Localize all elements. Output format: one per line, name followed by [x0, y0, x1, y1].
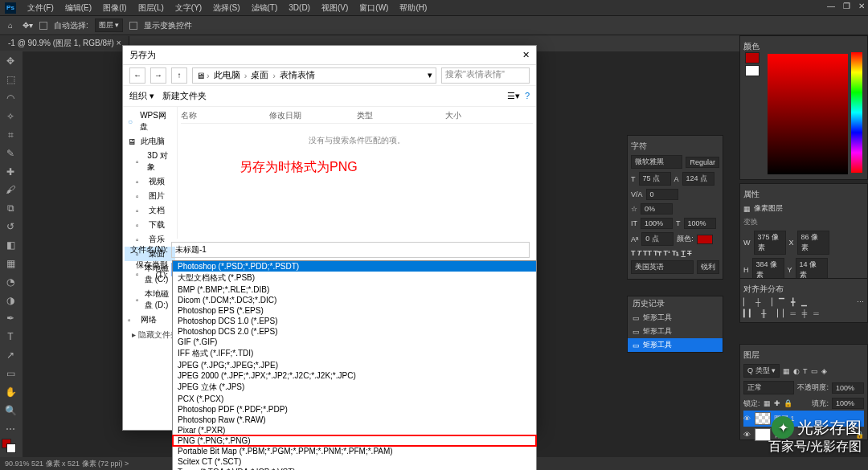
- dropdown-option[interactable]: Photoshop PDF (*.PDF;*.PDP): [173, 404, 536, 415]
- brush-tool-icon[interactable]: 🖌: [2, 182, 19, 198]
- fg-color-swatch[interactable]: [745, 52, 760, 63]
- tree-node[interactable]: ▫下载: [125, 218, 175, 232]
- tree-node[interactable]: 🖥此电脑: [125, 134, 175, 149]
- history-brush-icon[interactable]: ↺: [2, 219, 19, 235]
- x-input[interactable]: 86 像素: [797, 231, 829, 255]
- dist-bottom-icon[interactable]: ═: [813, 309, 818, 317]
- leading-input[interactable]: 124 点: [682, 172, 714, 186]
- menu-image[interactable]: 图像(I): [103, 2, 126, 14]
- dropdown-option[interactable]: 大型文档格式 (*.PSB): [173, 272, 536, 284]
- align-top-icon[interactable]: ▔: [779, 298, 784, 306]
- menu-3d[interactable]: 3D(D): [289, 3, 310, 12]
- underline-toggle[interactable]: T: [682, 249, 686, 257]
- col-date[interactable]: 修改日期: [269, 110, 358, 121]
- filename-input[interactable]: 未标题-1: [171, 242, 530, 258]
- bg-color-swatch[interactable]: [745, 65, 760, 76]
- view-mode-icon[interactable]: ☰▾: [507, 91, 520, 101]
- opacity-input[interactable]: 100%: [832, 382, 864, 394]
- dropdown-option[interactable]: BMP (*.BMP;*.RLE;*.DIB): [173, 284, 536, 295]
- gradient-tool-icon[interactable]: ▦: [2, 255, 19, 272]
- dropdown-option[interactable]: PCX (*.PCX): [173, 394, 536, 404]
- align-right-icon[interactable]: ▕: [767, 298, 772, 306]
- document-tab[interactable]: -1 @ 90.9% (图层 1, RGB/8#) ×: [0, 36, 129, 51]
- nav-back-icon[interactable]: ←: [129, 67, 145, 84]
- menu-filter[interactable]: 滤镜(T): [252, 2, 278, 14]
- font-size-input[interactable]: 75 点: [639, 172, 671, 186]
- aa-select[interactable]: 锐利: [697, 260, 719, 274]
- menu-layer[interactable]: 图层(L): [138, 2, 164, 14]
- baseline-input[interactable]: 0 点: [641, 232, 674, 246]
- dist-center-h-icon[interactable]: ╫: [761, 309, 766, 317]
- dropdown-option[interactable]: Dicom (*.DCM;*.DC3;*.DIC): [173, 295, 536, 305]
- dist-left-icon[interactable]: ▎▎: [743, 309, 755, 317]
- dialog-close-icon[interactable]: ✕: [522, 50, 530, 60]
- lock-position-icon[interactable]: ✚: [774, 399, 780, 407]
- restore-icon[interactable]: ❐: [843, 2, 850, 10]
- dropdown-option[interactable]: Photoshop EPS (*.EPS): [173, 305, 536, 316]
- lang-select[interactable]: 美国英语: [631, 260, 694, 274]
- more-tools-icon[interactable]: ⋯: [2, 420, 19, 437]
- search-input[interactable]: 搜索"表情表情": [441, 67, 530, 84]
- menu-view[interactable]: 视图(V): [321, 2, 348, 14]
- tree-node[interactable]: ▫视频: [125, 174, 175, 189]
- lock-all-icon[interactable]: 🔒: [784, 399, 792, 407]
- caps-toggle[interactable]: TT: [643, 249, 652, 257]
- lasso-tool-icon[interactable]: ◠: [2, 90, 19, 107]
- blur-tool-icon[interactable]: ◔: [2, 273, 19, 290]
- menu-select[interactable]: 选择(S): [213, 2, 240, 14]
- dodge-tool-icon[interactable]: ◑: [2, 292, 19, 309]
- font-weight-select[interactable]: Regular: [686, 157, 719, 168]
- super-toggle[interactable]: T¹: [664, 249, 671, 257]
- tree-node[interactable]: ▫文档: [125, 203, 175, 218]
- more-align-icon[interactable]: ⋯: [857, 298, 864, 306]
- text-color-swatch[interactable]: [697, 235, 713, 244]
- wand-tool-icon[interactable]: ✧: [2, 108, 19, 125]
- dropdown-option[interactable]: JPEG 2000 (*.JPF;*.JPX;*.JP2;*.J2C;*.J2K…: [173, 370, 536, 381]
- stamp-tool-icon[interactable]: ⧉: [2, 200, 19, 217]
- tree-node[interactable]: ▫3D 对象: [125, 149, 175, 174]
- visibility-toggle-icon[interactable]: 👁: [743, 415, 751, 423]
- heal-tool-icon[interactable]: ✚: [2, 163, 19, 180]
- show-transform-checkbox[interactable]: [129, 22, 137, 30]
- hscale-input[interactable]: 100%: [684, 218, 716, 229]
- shape-tool-icon[interactable]: ▭: [2, 366, 19, 382]
- align-center-h-icon[interactable]: ┼: [755, 298, 760, 306]
- filter-adj-icon[interactable]: ◐: [793, 367, 800, 375]
- dropdown-option[interactable]: JPEG (*.JPG;*.JPEG;*.JPE): [173, 360, 536, 370]
- nav-fwd-icon[interactable]: →: [150, 67, 166, 84]
- align-bottom-icon[interactable]: ▁: [801, 298, 807, 306]
- dropdown-option[interactable]: Scitex CT (*.SCT): [173, 456, 536, 467]
- dropdown-option[interactable]: Portable Bit Map (*.PBM;*.PGM;*.PPM;*.PN…: [173, 446, 536, 456]
- blend-mode-select[interactable]: 正常: [743, 381, 794, 394]
- col-size[interactable]: 大小: [445, 110, 534, 121]
- hand-tool-icon[interactable]: ✋: [2, 383, 19, 400]
- sub-toggle[interactable]: T₁: [672, 249, 680, 257]
- bold-toggle[interactable]: T: [631, 249, 636, 257]
- help-icon[interactable]: ?: [525, 91, 530, 101]
- tree-node[interactable]: ▫网络: [125, 313, 175, 327]
- dist-right-icon[interactable]: ▕▕: [772, 309, 784, 317]
- smallcaps-toggle[interactable]: Tᴛ: [653, 249, 662, 257]
- dropdown-option[interactable]: Pixar (*.PXR): [173, 425, 536, 435]
- new-folder-button[interactable]: 新建文件夹: [162, 90, 207, 102]
- minimize-icon[interactable]: —: [827, 2, 835, 10]
- italic-toggle[interactable]: T: [637, 249, 642, 257]
- vscale-input[interactable]: 100%: [641, 218, 673, 229]
- auto-select-checkbox[interactable]: [39, 22, 47, 30]
- layer-filter-select[interactable]: Q 类型 ▾: [743, 364, 780, 378]
- filter-smart-icon[interactable]: ◈: [821, 367, 827, 375]
- width-input[interactable]: 375 像素: [754, 231, 786, 255]
- tracking-input[interactable]: 0: [646, 189, 678, 200]
- history-item[interactable]: ▭矩形工具: [628, 325, 723, 338]
- filter-text-icon[interactable]: T: [803, 367, 808, 375]
- menu-window[interactable]: 窗口(W): [359, 2, 388, 14]
- path-tool-icon[interactable]: ↗: [2, 347, 19, 364]
- close-icon[interactable]: ✕: [858, 2, 865, 10]
- align-center-v-icon[interactable]: ╋: [791, 298, 795, 306]
- history-item-current[interactable]: ▭矩形工具: [628, 338, 723, 352]
- tree-node[interactable]: ○WPS网盘: [125, 108, 175, 134]
- crop-tool-icon[interactable]: ⌗: [2, 126, 19, 143]
- auto-select-dropdown[interactable]: 图层 ▾: [95, 18, 124, 32]
- dropdown-option[interactable]: Photoshop DCS 1.0 (*.EPS): [173, 316, 536, 326]
- col-name[interactable]: 名称: [181, 110, 269, 121]
